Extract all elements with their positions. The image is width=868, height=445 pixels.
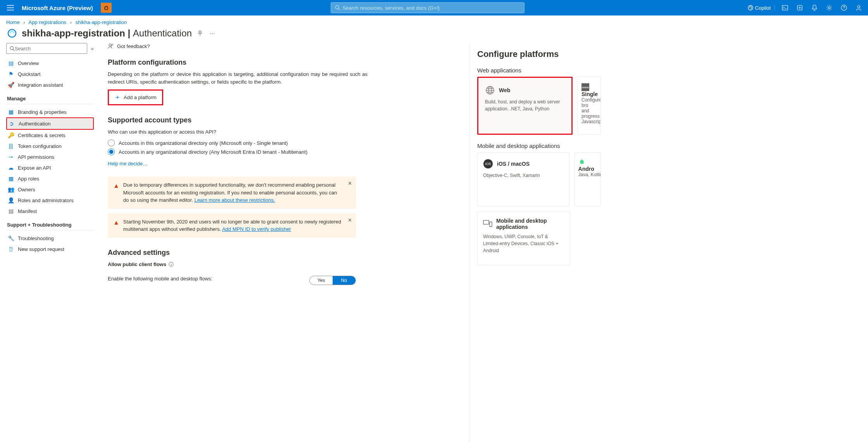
plus-icon: ＋: [114, 93, 121, 101]
svg-rect-3: [782, 5, 788, 10]
copilot-button[interactable]: Copilot: [744, 5, 775, 11]
panel-heading: Configure platforms: [477, 49, 601, 59]
close-icon[interactable]: ✕: [348, 216, 352, 224]
alert-learn-more-link[interactable]: Learn more about these restrictions.: [194, 197, 275, 203]
warning-icon: ▲: [113, 218, 119, 233]
sidebar-item-branding[interactable]: ▦Branding & properties: [6, 107, 94, 117]
radio-multitenant[interactable]: [108, 148, 115, 155]
global-search[interactable]: [331, 2, 525, 13]
toggle-yes[interactable]: Yes: [310, 276, 333, 285]
sidebar-search[interactable]: [6, 43, 87, 54]
alert-mpn-link[interactable]: Add MPN ID to verify publisher: [222, 226, 291, 232]
bug-icon[interactable]: [101, 3, 112, 13]
sidebar-item-label: Owners: [18, 187, 35, 192]
sidebar-item-integration[interactable]: 🚀Integration assistant: [6, 79, 94, 90]
supported-types-heading: Supported account types: [108, 116, 465, 124]
sidebar-item-authentication[interactable]: ➲Authentication: [6, 117, 94, 130]
sidebar-item-certificates[interactable]: 🔑Certificates & secrets: [6, 130, 94, 141]
android-icon: [578, 159, 597, 166]
card-title: Mobile and desktop applications: [496, 218, 564, 230]
owners-icon: 👥: [8, 186, 14, 192]
support-icon: ⍰: [8, 246, 14, 252]
sidebar-item-quickstart[interactable]: ⚑Quickstart: [6, 69, 94, 79]
ios-icon: iOS: [483, 159, 493, 169]
radio-multitenant-row[interactable]: Accounts in any organizational directory…: [108, 148, 465, 155]
filter-icon[interactable]: [794, 0, 806, 15]
info-icon[interactable]: [169, 262, 174, 267]
platform-card-spa[interactable]: www Single Configure bro and progress Ja…: [577, 77, 601, 135]
svg-point-1: [335, 5, 339, 9]
svg-rect-17: [490, 222, 492, 227]
manifest-icon: ▤: [8, 208, 14, 214]
divider: [6, 230, 94, 230]
hamburger-menu-icon[interactable]: [3, 5, 18, 10]
breadcrumb-home[interactable]: Home: [6, 19, 20, 25]
close-icon[interactable]: ✕: [348, 180, 352, 187]
sidebar-item-owners[interactable]: 👥Owners: [6, 184, 94, 195]
key-icon: 🔑: [8, 132, 14, 138]
page-title-app: shikha-app-registration: [22, 28, 125, 38]
svg-point-9: [10, 46, 13, 50]
advanced-heading: Advanced settings: [108, 249, 465, 257]
sidebar-item-roles-admins[interactable]: 👤Roles and administrators: [6, 195, 94, 206]
sidebar-item-api-permissions[interactable]: ⊸API permissions: [6, 151, 94, 162]
sidebar-item-new-support[interactable]: ⍰New support request: [6, 244, 94, 254]
page-title: shikha-app-registration | Authentication: [22, 28, 192, 39]
platform-card-desktop[interactable]: Mobile and desktop applications Windows,…: [477, 211, 570, 265]
sidebar-item-expose-api[interactable]: ☁Expose an API: [6, 162, 94, 173]
app-roles-icon: ▦: [8, 175, 14, 182]
help-icon[interactable]: [838, 0, 850, 15]
svg-point-0: [105, 7, 108, 10]
settings-icon[interactable]: [823, 0, 835, 15]
rocket-icon: 🚀: [8, 82, 14, 88]
mobile-group-label: Mobile and desktop applications: [477, 143, 601, 149]
feedback-link[interactable]: Got feedback?: [108, 43, 465, 49]
sidebar-item-label: Integration assistant: [18, 82, 63, 88]
warning-icon: ▲: [113, 181, 119, 204]
radio-label: Accounts in any organizational directory…: [119, 149, 307, 155]
copilot-label: Copilot: [755, 5, 771, 11]
sidebar-item-app-roles[interactable]: ▦App roles: [6, 173, 94, 184]
globe-icon: [485, 85, 495, 95]
more-icon[interactable]: ⋯: [208, 29, 216, 38]
radio-single-tenant-row[interactable]: Accounts in this organizational director…: [108, 139, 465, 146]
platform-card-web[interactable]: Web Build, host, and deploy a web server…: [479, 79, 571, 133]
sidebar-item-troubleshooting[interactable]: 🔧Troubleshooting: [6, 233, 94, 244]
global-search-input[interactable]: [343, 5, 520, 11]
collapse-sidebar-icon[interactable]: «: [91, 46, 94, 52]
sidebar: « ▤Overview ⚑Quickstart 🚀Integration ass…: [0, 43, 97, 442]
platform-card-android[interactable]: Andro Java, Kotlin, X: [574, 152, 601, 206]
expose-icon: ☁: [8, 165, 14, 171]
web-apps-group-label: Web applications: [477, 67, 601, 74]
public-flows-toggle[interactable]: Yes No: [309, 276, 356, 285]
pin-icon[interactable]: [196, 29, 204, 38]
quickstart-icon: ⚑: [8, 71, 14, 77]
sidebar-item-label: Quickstart: [18, 71, 41, 77]
divider: [6, 104, 94, 104]
account-icon[interactable]: [852, 0, 865, 15]
sidebar-search-input[interactable]: [15, 46, 84, 52]
radio-label: Accounts in this organizational director…: [119, 140, 288, 146]
sidebar-item-label: Authentication: [19, 121, 50, 127]
platform-config-desc: Depending on the platform or device this…: [108, 70, 368, 86]
help-decide-link[interactable]: Help me decide...: [108, 161, 147, 167]
sidebar-item-overview[interactable]: ▤Overview: [6, 58, 94, 69]
sidebar-item-token[interactable]: |||Token configuration: [6, 141, 94, 151]
breadcrumb-app-registrations[interactable]: App registrations: [29, 19, 67, 25]
notifications-icon[interactable]: [808, 0, 821, 15]
card-title: Andro: [578, 166, 597, 172]
sidebar-item-manifest[interactable]: ▤Manifest: [6, 206, 94, 216]
add-platform-button[interactable]: ＋ Add a platform: [110, 91, 161, 103]
app-registration-icon: [6, 27, 18, 39]
add-platform-label: Add a platform: [124, 94, 157, 100]
svg-point-15: [582, 161, 583, 162]
cloud-shell-icon[interactable]: [779, 0, 791, 15]
radio-single-tenant[interactable]: [108, 139, 115, 146]
breadcrumb-current[interactable]: shikha-app-registration: [76, 19, 127, 25]
configure-platforms-panel: Configure platforms Web applications Web…: [469, 43, 601, 442]
sidebar-item-label: Overview: [18, 60, 39, 66]
platform-card-ios[interactable]: iOS iOS / macOS Objective-C, Swift, Xama…: [477, 152, 569, 206]
toggle-no[interactable]: No: [333, 276, 355, 285]
copilot-icon: [747, 5, 754, 11]
sidebar-item-label: Troubleshooting: [18, 235, 54, 241]
